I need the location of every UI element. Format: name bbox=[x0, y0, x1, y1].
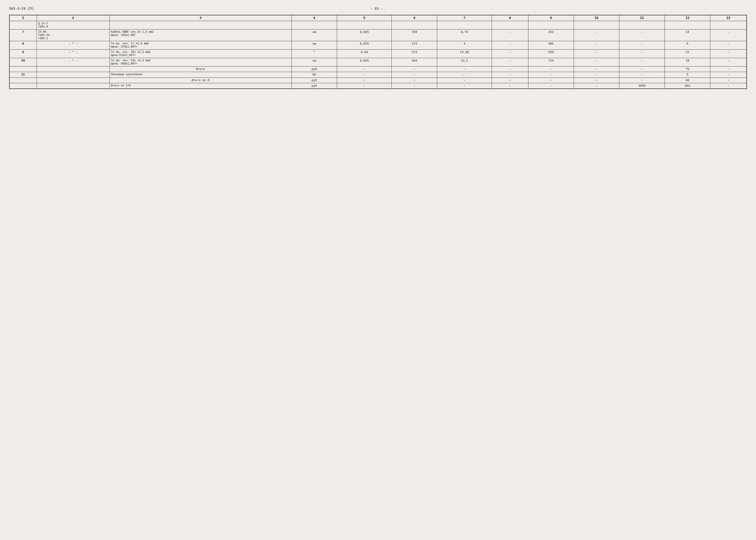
cell-c13: – bbox=[710, 72, 747, 78]
cell-13 bbox=[710, 21, 747, 30]
cell-c13: – bbox=[710, 41, 747, 50]
cell-c10: – bbox=[574, 78, 619, 83]
cell-c6: 484 bbox=[392, 58, 437, 67]
cell-8 bbox=[492, 21, 528, 30]
cell-source: I5–09табл.54табл.I bbox=[37, 30, 109, 41]
cell-2: Ц.Iч.Утабл.6 bbox=[37, 21, 109, 30]
cell-c10: – bbox=[574, 30, 619, 41]
cell-c11: – bbox=[619, 67, 665, 72]
cell-c7: 4 bbox=[437, 41, 492, 50]
cell-c12: 944 bbox=[665, 83, 710, 89]
col-header-6: 6 bbox=[392, 15, 437, 21]
cell-c7: I2,I bbox=[437, 58, 492, 67]
cell-1 bbox=[9, 67, 37, 72]
cell-c6: – bbox=[392, 83, 437, 89]
cell-c10: – bbox=[574, 50, 619, 58]
cell-c8: – bbox=[492, 67, 528, 72]
cell-c10: – bbox=[574, 72, 619, 78]
cell-c5: 0,025 bbox=[337, 58, 392, 67]
cell-c8: – bbox=[492, 83, 528, 89]
cell-c5: – bbox=[337, 83, 392, 89]
cell-c11: – bbox=[619, 58, 665, 67]
cell-c8: – bbox=[492, 41, 528, 50]
cell-row-num: 9 bbox=[9, 50, 37, 58]
cell-c7: – ̈ bbox=[437, 72, 492, 78]
cell-itogo-p-label: Итого по П bbox=[109, 78, 292, 83]
col-header-3: 3 bbox=[109, 15, 292, 21]
cell-c13: – bbox=[710, 50, 747, 58]
col-header-11: II bbox=[619, 15, 665, 21]
col-header-10: IO bbox=[574, 15, 619, 21]
table-row: Итого по П руб – – – – – – – 80 – bbox=[9, 78, 747, 83]
col-header-8: 8 bbox=[492, 15, 528, 21]
col-header-1: I bbox=[9, 15, 37, 21]
cell-unit: км bbox=[292, 30, 337, 41]
cell-itogo-label: Итого bbox=[109, 67, 292, 72]
cell-desc: То же, сеч. I4х хI,5 мм2Цена: 660хI,097= bbox=[109, 58, 292, 67]
col-header-7: 7 bbox=[437, 15, 492, 21]
cell-3 bbox=[109, 21, 292, 30]
cell-4 bbox=[292, 21, 337, 30]
cell-c9: 724 bbox=[528, 58, 574, 67]
cell-c13: – bbox=[710, 30, 747, 41]
cell-1 bbox=[9, 78, 37, 83]
cell-1 bbox=[9, 21, 37, 30]
cell-12 bbox=[665, 21, 710, 30]
cell-unit: руб bbox=[292, 83, 337, 89]
cell-source: – " – bbox=[37, 41, 109, 50]
cell-row-num: IO bbox=[9, 58, 37, 67]
cell-c11: 3695 bbox=[619, 83, 665, 89]
cell-source: – " – bbox=[37, 58, 109, 67]
cell-c9: 252 bbox=[528, 30, 574, 41]
cell-c6: 374 bbox=[392, 50, 437, 58]
cell-c9: – bbox=[528, 83, 574, 89]
cell-c13: – bbox=[710, 83, 747, 89]
cell-c11: – bbox=[619, 78, 665, 83]
table-row: II Плановые накопления %6 – – – ̈ – – – … bbox=[9, 72, 747, 78]
cell-c7: – bbox=[437, 67, 492, 72]
cell-c13: – bbox=[710, 67, 747, 72]
cell-c12: 6 bbox=[665, 41, 710, 50]
cell-11 bbox=[619, 21, 665, 30]
cell-c11: – bbox=[619, 41, 665, 50]
cell-desc: То же, сеч. 7х хI,5 мм2Цена: 370хI,097= bbox=[109, 41, 292, 50]
cell-2 bbox=[37, 78, 109, 83]
cell-c9: – bbox=[528, 72, 574, 78]
main-table: I 2 3 4 5 6 7 8 9 IO II I2 I3 Ц.Iч.Утабл… bbox=[9, 15, 747, 89]
cell-row-num: II bbox=[9, 72, 37, 78]
page-header: 50I–3–I8 (П) – 83 – bbox=[9, 7, 747, 11]
cell-c10: – bbox=[574, 67, 619, 72]
cell-1 bbox=[9, 83, 37, 89]
cell-c5: 0,055 bbox=[337, 30, 392, 41]
cell-unit: руб bbox=[292, 78, 337, 83]
cell-c8: – bbox=[492, 30, 528, 41]
cell-row-num: 7 bbox=[9, 30, 37, 41]
cell-10 bbox=[574, 21, 619, 30]
cell-c9: – bbox=[528, 78, 574, 83]
table-row: Ц.Iч.Утабл.6 bbox=[9, 21, 747, 30]
cell-5 bbox=[337, 21, 392, 30]
cell-c7: I4,96 bbox=[437, 50, 492, 58]
cell-c5: – bbox=[337, 78, 392, 83]
cell-c12: I4 bbox=[665, 30, 710, 41]
col-header-2: 2 bbox=[37, 15, 109, 21]
table-row: Итого по I+П руб – – – – – – 3695 944 – bbox=[9, 83, 747, 89]
cell-c7: 8,75 bbox=[437, 30, 492, 41]
table-row: Итого руб – – – – – – – 75 – bbox=[9, 67, 747, 72]
cell-c6: – bbox=[392, 78, 437, 83]
cell-unit: руб bbox=[292, 67, 337, 72]
cell-c12: I8 bbox=[665, 58, 710, 67]
cell-c7: – bbox=[437, 83, 492, 89]
cell-c13: – bbox=[710, 58, 747, 67]
cell-c6: 273 bbox=[392, 41, 437, 50]
cell-c9: – bbox=[528, 67, 574, 72]
cell-c5: 0,0I5 bbox=[337, 41, 392, 50]
cell-c5: – bbox=[337, 72, 392, 78]
cell-c9: 406 bbox=[528, 41, 574, 50]
cell-c6: I59 bbox=[392, 30, 437, 41]
cell-c8: – bbox=[492, 58, 528, 67]
cell-source bbox=[37, 72, 109, 78]
cell-c7: – bbox=[437, 78, 492, 83]
table-row: 9 – " – То же, сеч. IОх хI,5 мм2Цена:5IO… bbox=[9, 50, 747, 58]
cell-2 bbox=[37, 67, 109, 72]
